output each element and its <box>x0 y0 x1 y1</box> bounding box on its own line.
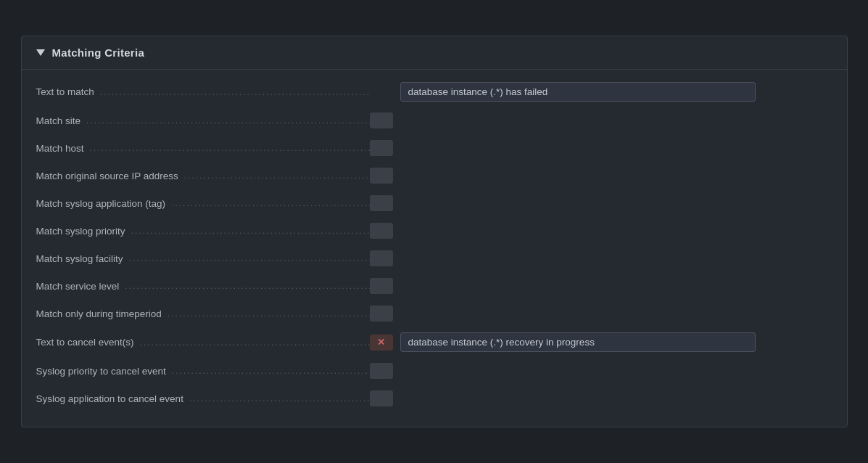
toggle-match-syslog-facility[interactable] <box>370 250 393 266</box>
criteria-rows: Text to match...........................… <box>22 77 847 412</box>
dots-separator: ........................................… <box>165 308 370 319</box>
x-button-text-to-cancel[interactable]: ✕ <box>370 335 393 351</box>
dots-separator: ........................................… <box>169 366 370 376</box>
toggle-syslog-priority-cancel[interactable] <box>370 363 393 379</box>
label-text-to-match: Text to match <box>36 86 94 97</box>
criteria-row-match-syslog-facility: Match syslog facility...................… <box>22 245 847 272</box>
label-match-syslog-app: Match syslog application (tag) <box>36 198 166 209</box>
criteria-row-match-original-source: Match original source IP address........… <box>22 162 847 189</box>
label-text-to-cancel: Text to cancel event(s) <box>36 337 134 348</box>
label-match-only-during-timeperiod: Match only during timeperiod <box>36 308 162 319</box>
dots-separator: ........................................… <box>126 253 370 263</box>
dots-separator: ........................................… <box>168 198 369 208</box>
dots-separator: ........................................… <box>122 281 369 291</box>
criteria-row-syslog-app-cancel: Syslog application to cancel event......… <box>22 385 847 412</box>
input-text-to-cancel[interactable] <box>400 332 756 352</box>
label-match-syslog-priority: Match syslog priority <box>36 226 125 237</box>
panel-title: Matching Criteria <box>52 46 145 59</box>
toggle-match-original-source[interactable] <box>370 168 393 184</box>
panel-header: Matching Criteria <box>22 36 847 70</box>
toggle-match-host[interactable] <box>370 140 393 156</box>
collapse-icon[interactable] <box>36 49 45 56</box>
toggle-match-site[interactable] <box>370 112 393 128</box>
criteria-row-match-site: Match site..............................… <box>22 107 847 134</box>
dots-separator: ........................................… <box>181 171 370 181</box>
dots-separator: ........................................… <box>128 226 370 236</box>
criteria-row-match-syslog-app: Match syslog application (tag)..........… <box>22 189 847 217</box>
label-match-site: Match site <box>36 115 81 126</box>
label-match-service-level: Match service level <box>36 281 120 292</box>
criteria-row-match-service-level: Match service level.....................… <box>22 272 847 300</box>
toggle-match-service-level[interactable] <box>370 278 393 294</box>
toggle-syslog-app-cancel[interactable] <box>370 390 393 406</box>
input-text-to-match[interactable] <box>400 82 756 102</box>
dots-separator: ........................................… <box>97 87 370 97</box>
criteria-row-match-host: Match host..............................… <box>22 134 847 162</box>
criteria-row-match-syslog-priority: Match syslog priority...................… <box>22 217 847 245</box>
dots-separator: ........................................… <box>137 337 370 348</box>
dots-separator: ........................................… <box>186 393 370 403</box>
dots-separator: ........................................… <box>87 143 370 153</box>
label-syslog-priority-cancel: Syslog priority to cancel event <box>36 366 166 377</box>
toggle-match-only-during-timeperiod[interactable] <box>370 306 393 321</box>
criteria-row-syslog-priority-cancel: Syslog priority to cancel event.........… <box>22 357 847 385</box>
criteria-row-text-to-match: Text to match...........................… <box>22 77 847 107</box>
dots-separator: ........................................… <box>83 115 369 126</box>
label-syslog-app-cancel: Syslog application to cancel event <box>36 393 183 404</box>
label-match-original-source: Match original source IP address <box>36 171 178 181</box>
matching-criteria-panel: Matching Criteria Text to match.........… <box>21 36 848 427</box>
criteria-row-match-only-during-timeperiod: Match only during timeperiod............… <box>22 300 847 327</box>
toggle-match-syslog-priority[interactable] <box>370 223 393 239</box>
label-match-host: Match host <box>36 143 84 154</box>
label-match-syslog-facility: Match syslog facility <box>36 253 123 264</box>
toggle-match-syslog-app[interactable] <box>370 195 393 211</box>
criteria-row-text-to-cancel: Text to cancel event(s).................… <box>22 327 847 357</box>
